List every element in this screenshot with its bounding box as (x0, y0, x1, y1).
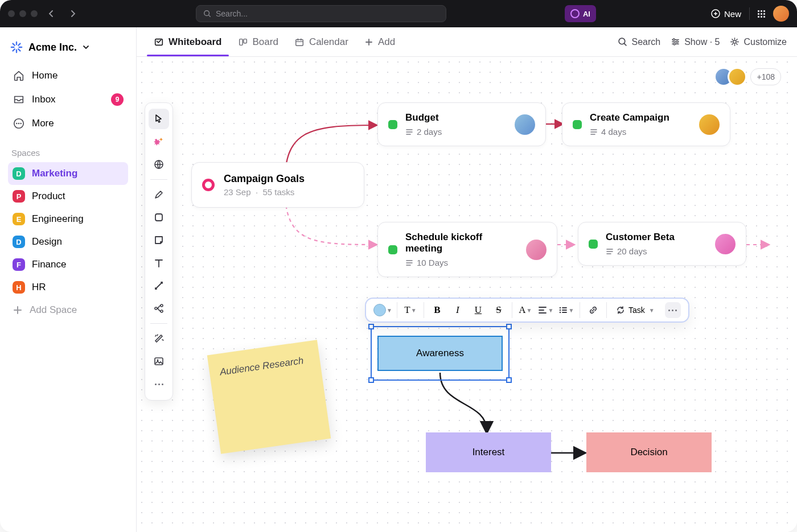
resize-handle[interactable] (368, 377, 374, 383)
underline-button[interactable]: U (470, 302, 487, 319)
image-tool[interactable] (149, 351, 169, 372)
svg-point-3 (16, 123, 17, 124)
maximize-button[interactable] (31, 10, 38, 17)
card-create-campaign[interactable]: Create Campaign 4 days (562, 102, 730, 146)
card-budget[interactable]: Budget 2 days (377, 102, 546, 146)
window-controls[interactable] (8, 10, 38, 17)
svg-rect-16 (155, 214, 162, 221)
workspace-switcher[interactable]: Acme Inc. (8, 39, 128, 64)
card-kickoff[interactable]: Schedule kickoff meeting 10 Days (377, 222, 557, 277)
svg-point-22 (560, 307, 561, 309)
sticky-note[interactable]: Audience Research (207, 340, 331, 453)
user-avatar[interactable] (773, 6, 789, 22)
link-button[interactable] (585, 302, 602, 319)
space-item-finance[interactable]: FFinance (8, 253, 128, 276)
svg-point-18 (161, 304, 163, 307)
pointer-tool[interactable] (149, 109, 169, 129)
search-icon (618, 37, 627, 47)
text-color-button[interactable]: A▼ (517, 302, 534, 319)
space-color-icon: H (13, 281, 25, 294)
space-item-engineering[interactable]: EEngineering (8, 208, 128, 230)
tab-whiteboard[interactable]: Whiteboard (147, 28, 229, 56)
avatar[interactable] (728, 67, 747, 86)
more-format-button[interactable] (665, 302, 681, 318)
connector-tool[interactable] (149, 275, 169, 296)
global-search[interactable]: Search... (196, 5, 446, 22)
nav-inbox[interactable]: Inbox 9 (8, 88, 128, 112)
svg-point-17 (155, 307, 157, 310)
card-campaign-goals[interactable]: Campaign Goals 23 Sep · 55 tasks (191, 162, 364, 208)
shape-tool[interactable] (149, 207, 169, 228)
pen-tool[interactable] (149, 184, 169, 205)
shape-awareness[interactable]: Awareness (377, 336, 503, 371)
text-tool[interactable] (149, 253, 169, 273)
italic-button[interactable]: I (449, 302, 466, 319)
view-search-button[interactable]: Search (618, 37, 660, 47)
new-button[interactable]: New (711, 9, 741, 19)
svg-rect-7 (239, 39, 242, 45)
close-button[interactable] (8, 10, 15, 17)
add-space-button[interactable]: Add Space (8, 299, 128, 321)
minimize-button[interactable] (19, 10, 26, 17)
status-square-icon (573, 120, 582, 129)
assignee-avatar[interactable] (515, 114, 535, 135)
align-button[interactable]: ▼ (537, 302, 554, 319)
resize-handle[interactable] (506, 324, 512, 329)
tab-board[interactable]: Board (231, 28, 285, 56)
status-square-icon (589, 240, 598, 249)
space-item-product[interactable]: PProduct (8, 185, 128, 208)
space-item-design[interactable]: DDesign (8, 230, 128, 253)
resize-handle[interactable] (506, 377, 512, 383)
ai-tool[interactable] (149, 131, 169, 152)
wand-tool[interactable] (149, 328, 169, 349)
space-item-marketing[interactable]: DMarketing (8, 162, 128, 185)
tab-calendar[interactable]: Calendar (287, 28, 355, 56)
svg-point-13 (673, 43, 675, 45)
main-content: Whiteboard Board Calendar Add Search (137, 27, 797, 532)
nav-home[interactable]: Home (8, 64, 128, 88)
add-view-button[interactable]: Add (358, 28, 402, 56)
card-customer-beta[interactable]: Customer Beta 20 days (578, 222, 746, 266)
more-tools[interactable] (149, 374, 169, 394)
back-button[interactable] (43, 6, 59, 22)
font-family-button[interactable]: T▼ (402, 302, 419, 319)
space-color-icon: F (13, 258, 25, 271)
convert-to-task-button[interactable]: Task▼ (611, 306, 659, 315)
assignee-avatar[interactable] (699, 114, 720, 135)
description-icon (405, 259, 413, 267)
space-item-hr[interactable]: HHR (8, 276, 128, 299)
collaborator-avatars[interactable]: +108 (720, 67, 781, 86)
show-filters-button[interactable]: Show · 5 (671, 37, 720, 47)
sticky-note-tool[interactable] (149, 230, 169, 250)
assignee-avatar[interactable] (526, 240, 547, 260)
resize-handle[interactable] (368, 324, 374, 329)
more-collaborators[interactable]: +108 (750, 68, 781, 85)
ai-button[interactable]: AI (565, 5, 596, 22)
apps-menu-button[interactable] (758, 10, 765, 18)
svg-point-11 (673, 39, 675, 40)
drawing-toolbox (145, 102, 173, 401)
bold-button[interactable]: B (429, 302, 446, 319)
plus-icon (13, 305, 23, 315)
whiteboard-canvas[interactable]: +108 (137, 57, 797, 532)
assignee-avatar[interactable] (715, 234, 736, 254)
chevron-down-icon (83, 44, 89, 51)
customize-button[interactable]: Customize (730, 37, 787, 47)
sidebar: Acme Inc. Home Inbox 9 More Spaces DMark… (0, 27, 137, 532)
divider (749, 7, 750, 20)
web-tool[interactable] (149, 154, 169, 175)
strikethrough-button[interactable]: S (490, 302, 507, 319)
sync-icon (616, 306, 625, 315)
mindmap-tool[interactable] (149, 298, 169, 319)
list-button[interactable]: ▼ (558, 302, 575, 319)
svg-point-24 (560, 312, 561, 314)
shape-decision[interactable]: Decision (586, 432, 712, 472)
forward-button[interactable] (65, 6, 81, 22)
shape-interest[interactable]: Interest (426, 432, 551, 472)
more-icon (13, 117, 25, 130)
plus-icon (364, 38, 373, 47)
fill-color-button[interactable]: ▼ (373, 302, 392, 319)
plus-circle-icon (711, 9, 720, 18)
nav-more[interactable]: More (8, 112, 128, 135)
view-bar: Whiteboard Board Calendar Add Search (137, 27, 797, 57)
